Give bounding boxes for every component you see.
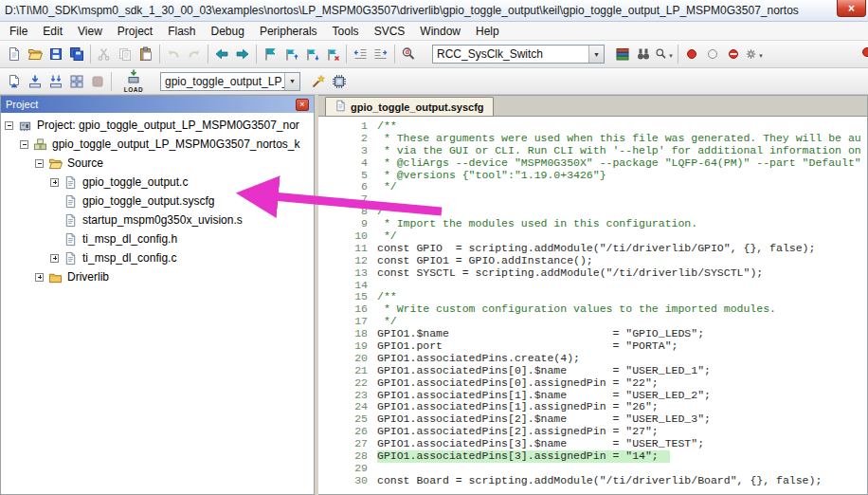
line-number[interactable]: 29: [318, 463, 377, 475]
settings-icon[interactable]: [744, 44, 765, 64]
line-number[interactable]: 9: [318, 218, 377, 230]
dropdown-arrow-icon[interactable]: [668, 47, 674, 61]
menu-flash[interactable]: Flash: [160, 23, 203, 40]
search-icon[interactable]: [654, 44, 675, 64]
tree-item-startup-mspm0g350x-uvision-s[interactable]: startup_mspm0g350x_uvision.s: [1, 211, 314, 229]
bookmark-prev-icon[interactable]: [280, 44, 301, 64]
build-icon[interactable]: [25, 71, 45, 92]
line-number[interactable]: 16: [318, 303, 377, 316]
expand-box-icon[interactable]: [35, 273, 44, 282]
code-line-30[interactable]: 30const Board = scripting.addModule("/ti…: [318, 475, 867, 487]
menu-project[interactable]: Project: [110, 23, 160, 40]
expand-box-icon[interactable]: [50, 254, 59, 263]
project-panel-close-icon[interactable]: [296, 99, 309, 111]
search-dropdown[interactable]: RCC_SysClk_Switch: [432, 45, 605, 64]
line-number[interactable]: 3: [318, 145, 377, 157]
bookmark-next-icon[interactable]: [301, 44, 322, 64]
undo-icon[interactable]: [163, 44, 184, 64]
books-window-icon[interactable]: [612, 44, 633, 64]
line-number[interactable]: 5: [318, 170, 377, 182]
line-number[interactable]: 26: [318, 426, 377, 438]
line-number[interactable]: 13: [318, 267, 377, 280]
search-dropdown-arrow-icon[interactable]: [588, 46, 604, 63]
titlebar[interactable]: D:\TI\M0_SDK\mspm0_sdk_1_30_00_03\exampl…: [0, 0, 868, 22]
tree-item-gpio-toggle-output-c[interactable]: gpio_toggle_output.c: [1, 173, 314, 192]
debug-session-icon[interactable]: d: [398, 44, 419, 64]
expand-box-icon[interactable]: [50, 178, 59, 187]
menu-view[interactable]: View: [70, 23, 110, 40]
line-number[interactable]: 28: [318, 450, 377, 463]
line-number[interactable]: 20: [318, 353, 377, 365]
manage-project-items-icon[interactable]: [329, 71, 350, 92]
menu-window[interactable]: Window: [412, 23, 468, 40]
code-line-9[interactable]: 9 * Import the modules used in this conf…: [318, 218, 867, 230]
line-number[interactable]: 14: [318, 280, 377, 292]
collapse-box-icon[interactable]: [35, 159, 44, 168]
copy-icon[interactable]: [115, 44, 136, 64]
code-line-5[interactable]: 5 * @versions {"tool":"1.19.0+3426"}: [318, 170, 867, 182]
line-number[interactable]: 25: [318, 413, 377, 426]
menu-edit[interactable]: Edit: [35, 23, 70, 40]
line-number[interactable]: 23: [318, 390, 377, 402]
insert-breakpoint-icon[interactable]: [681, 44, 702, 64]
stop-build-icon[interactable]: [87, 71, 108, 92]
tree-item-ti-msp-dl-config-h[interactable]: ti_msp_dl_config.h: [1, 229, 314, 248]
download-button[interactable]: LOAD: [118, 69, 149, 93]
line-number[interactable]: 1: [318, 120, 377, 133]
batch-build-icon[interactable]: [66, 71, 87, 92]
navigate-back-icon[interactable]: [211, 44, 232, 64]
kill-breakpoints-icon[interactable]: [723, 44, 744, 64]
menu-file[interactable]: File: [2, 23, 35, 40]
search-dropdown-value[interactable]: RCC_SysClk_Switch: [433, 47, 588, 61]
indent-left-icon[interactable]: [350, 44, 371, 64]
rebuild-icon[interactable]: [45, 71, 66, 92]
line-number[interactable]: 7: [318, 193, 377, 206]
menu-peripherals[interactable]: Peripherals: [252, 23, 325, 40]
line-number[interactable]: 12: [318, 255, 377, 267]
line-number[interactable]: 15: [318, 291, 377, 303]
dropdown-arrow-icon[interactable]: [758, 47, 764, 61]
target-options-icon[interactable]: [308, 71, 329, 92]
line-number[interactable]: 11: [318, 243, 377, 255]
line-number[interactable]: 10: [318, 230, 377, 243]
tree-item-project-gpio-toggle-output-lp-mspm0g3507-nor[interactable]: Project: gpio_toggle_output_LP_MSPM0G350…: [1, 116, 314, 135]
line-number[interactable]: 8: [318, 206, 377, 218]
tree-item-driverlib[interactable]: Driverlib: [1, 267, 314, 286]
paste-icon[interactable]: [136, 44, 156, 64]
line-number[interactable]: 27: [318, 438, 377, 450]
new-file-icon[interactable]: [4, 44, 25, 64]
redo-icon[interactable]: [184, 44, 205, 64]
menu-help[interactable]: Help: [468, 23, 507, 40]
line-number[interactable]: 2: [318, 133, 377, 145]
save-all-icon[interactable]: [66, 44, 87, 64]
line-number[interactable]: 24: [318, 401, 377, 413]
line-number[interactable]: 22: [318, 377, 377, 390]
open-file-icon[interactable]: [25, 44, 45, 64]
line-number[interactable]: 19: [318, 340, 377, 353]
close-button[interactable]: [837, 0, 866, 17]
indent-right-icon[interactable]: [371, 44, 391, 64]
line-number[interactable]: 30: [318, 475, 377, 487]
line-number[interactable]: 18: [318, 328, 377, 340]
bookmark-clear-icon[interactable]: [322, 44, 343, 64]
find-in-files-icon[interactable]: [633, 44, 654, 64]
code-line-7[interactable]: 7: [318, 193, 867, 206]
save-icon[interactable]: [45, 44, 66, 64]
tree-item-source[interactable]: Source: [1, 154, 314, 173]
line-number[interactable]: 4: [318, 157, 377, 170]
cut-icon[interactable]: [94, 44, 115, 64]
code-line-16[interactable]: 16 * Write custom configuration values t…: [318, 303, 867, 316]
debug-start-icon[interactable]: [859, 45, 868, 64]
target-dropdown-value[interactable]: gpio_toggle_output_LP_: [161, 75, 284, 88]
tree-item-gpio-toggle-output-lp-mspm0g3507-nortos-k[interactable]: gpio_toggle_output_LP_MSPM0G3507_nortos_…: [1, 135, 314, 154]
collapse-box-icon[interactable]: [20, 140, 28, 149]
tree-item-ti-msp-dl-config-c[interactable]: ti_msp_dl_config.c: [1, 248, 314, 267]
code-line-28[interactable]: 28GPIO1.associatedPins[3].assignedPin = …: [318, 450, 867, 463]
menu-svcs[interactable]: SVCS: [367, 23, 413, 40]
tab-gpio-toggle-output-syscfg[interactable]: gpio_toggle_output.syscfg: [325, 97, 494, 116]
code-lines[interactable]: 1/**2 * These arguments were used when t…: [318, 117, 867, 494]
target-dropdown-arrow-icon[interactable]: [284, 73, 299, 90]
code-line-13[interactable]: 13const SYSCTL = scripting.addModule("/t…: [318, 267, 867, 280]
menu-debug[interactable]: Debug: [204, 23, 252, 40]
line-number[interactable]: 21: [318, 365, 377, 377]
